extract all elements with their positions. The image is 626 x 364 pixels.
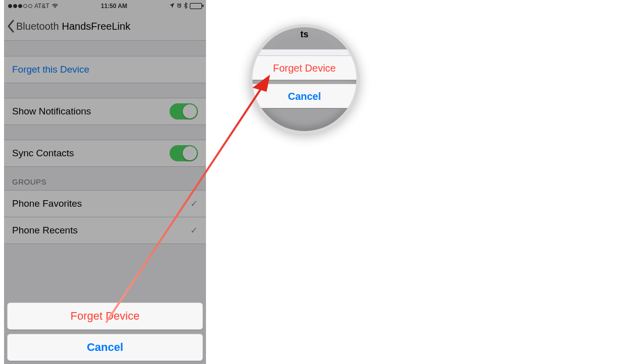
cancel-button[interactable]: Cancel [7,334,203,361]
forget-device-button[interactable]: Forget Device [7,302,203,330]
cell-label: Show Notifications [12,106,91,117]
action-sheet: Forget Device Cancel [7,302,203,364]
show-notifications-toggle[interactable] [170,103,198,119]
forget-this-device-cell[interactable]: Forget this Device [4,56,206,83]
cell-label: Phone Favorites [12,198,82,209]
sync-contacts-cell: Sync Contacts [4,140,206,167]
checkmark-icon: ✓ [190,198,198,209]
back-label: Bluetooth [16,21,59,32]
bluetooth-icon [184,3,188,10]
phone-screen: AT&T 11:50 AM Bluetooth HandsFreeLink [4,0,206,364]
magnifier-forget-label: Forget Device [273,63,336,74]
cell-label: Sync Contacts [12,148,74,159]
sync-contacts-toggle[interactable] [170,145,198,161]
forget-device-label: Forget Device [71,310,140,323]
group-recents-cell[interactable]: Phone Recents ✓ [4,217,206,244]
magnifier-callout: ts Forget Device Cancel [249,24,359,134]
checkmark-icon: ✓ [190,225,198,236]
cell-label: Phone Recents [12,225,78,236]
magnifier-cancel-row: Cancel [252,84,356,109]
cancel-label: Cancel [87,341,123,354]
status-time: 11:50 AM [101,3,127,10]
chevron-left-icon [7,20,15,33]
magnifier-cancel-label: Cancel [288,91,321,102]
status-bar: AT&T 11:50 AM [4,0,206,12]
carrier-label: AT&T [34,3,49,10]
section-header-groups: GROUPS [4,166,206,190]
magnifier-top-fragment: ts [252,29,356,40]
group-favorites-cell[interactable]: Phone Favorites ✓ [4,190,206,217]
signal-strength-icon [8,4,32,8]
nav-bar: Bluetooth HandsFreeLink [4,12,206,41]
alarm-icon [177,3,182,10]
show-notifications-cell: Show Notifications [4,98,206,125]
cell-label: Forget this Device [12,64,89,75]
back-button[interactable]: Bluetooth [7,20,59,33]
wifi-icon [51,3,59,10]
battery-icon [190,3,202,9]
nav-title: HandsFreeLink [62,21,131,32]
magnifier-forget-row: Forget Device [252,55,356,81]
status-left: AT&T [8,3,59,10]
location-icon [170,3,175,10]
status-right [170,3,202,10]
